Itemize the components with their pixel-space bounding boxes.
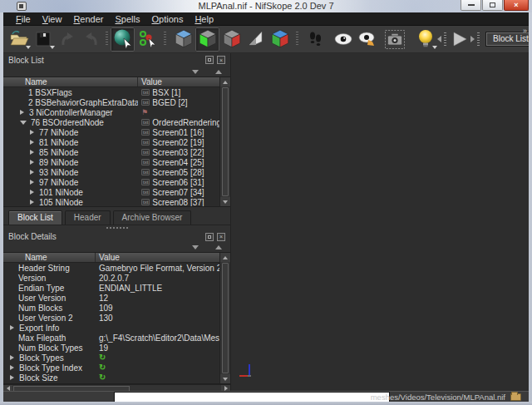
table-row[interactable]: Block Types↻ — [3, 353, 230, 363]
redo-icon — [82, 31, 101, 47]
table-row[interactable]: Block Type Index↻ — [3, 363, 230, 373]
table-row[interactable]: Max Filepathg:\_F4\Scratch\Editor2\Data\… — [3, 333, 230, 343]
lighting-button[interactable] — [413, 27, 437, 52]
tree-expand-icon[interactable] — [30, 140, 34, 145]
titlebar[interactable]: MLPAnal.nif - NifSkope 2.0 Dev 7 × — [0, 0, 532, 12]
maximize-button[interactable] — [482, 0, 503, 11]
menu-item-help[interactable]: Help — [189, 14, 219, 24]
minimize-button[interactable] — [461, 0, 481, 11]
expand-all-icon[interactable] — [215, 245, 222, 249]
close-button[interactable]: × — [504, 0, 529, 11]
table-row[interactable]: User Version 2130 — [3, 313, 230, 323]
highlight-visibility-button[interactable] — [355, 27, 379, 52]
row-value: Screen05 [28] — [152, 168, 204, 177]
view-cube-top-button[interactable] — [171, 27, 195, 52]
walk-mode-button[interactable] — [303, 27, 327, 52]
table-row[interactable]: 81 NiNodetxtScreen02 [19] — [3, 137, 230, 147]
menu-item-view[interactable]: View — [37, 14, 68, 24]
menu-item-file[interactable]: File — [10, 14, 37, 24]
tab-header[interactable]: Header — [65, 210, 111, 225]
scrollbar-thumb[interactable] — [222, 263, 229, 373]
tree-expand-icon[interactable] — [30, 160, 34, 165]
menu-item-render[interactable]: Render — [67, 14, 109, 24]
table-row[interactable]: 85 NiNodetxtScreen03 [22] — [3, 147, 230, 157]
table-row[interactable]: 97 NiNodetxtScreen06 [31] — [3, 177, 230, 187]
table-row[interactable]: 89 NiNodetxtScreen04 [25] — [3, 157, 230, 167]
tree-expand-icon[interactable] — [30, 190, 34, 195]
toolbar-overflow-icon[interactable]: » — [523, 27, 526, 35]
view-cube-side-button[interactable] — [219, 27, 244, 52]
expand-all-icon[interactable] — [215, 70, 222, 74]
tree-expand-icon[interactable] — [10, 325, 14, 330]
menu-item-options[interactable]: Options — [145, 14, 189, 24]
scroll-up-icon[interactable] — [220, 253, 230, 262]
scroll-up-icon[interactable] — [220, 77, 230, 86]
window-border-bottom — [0, 402, 532, 405]
tree-expand-icon[interactable] — [30, 130, 34, 135]
close-panel-icon[interactable]: × — [217, 56, 225, 64]
anim-slider[interactable] — [444, 32, 446, 46]
table-row[interactable]: Num Strings93 — [3, 383, 230, 384]
select-vertex-tool-button[interactable] — [135, 27, 159, 52]
tab-archive-browser[interactable]: Archive Browser — [113, 210, 192, 225]
eye-highlight-icon — [357, 31, 377, 47]
table-row[interactable]: Version20.2.0.7 — [3, 273, 230, 283]
anim-slider-start[interactable] — [437, 36, 441, 42]
table-row[interactable]: 76 BSOrderedNodetxtOrderedRenderingNod..… — [3, 117, 230, 127]
tree-expand-icon[interactable] — [10, 365, 14, 370]
column-name: Name — [3, 77, 138, 86]
save-file-button[interactable] — [31, 27, 55, 52]
block-details-vscrollbar[interactable] — [219, 253, 230, 383]
table-row[interactable]: Header StringGamebryo File Format, Versi… — [3, 263, 230, 273]
anim-speed-slider[interactable] — [477, 32, 480, 46]
play-button[interactable] — [449, 27, 470, 52]
tree-expand-icon[interactable] — [10, 355, 14, 360]
select-object-tool-button[interactable] — [111, 27, 135, 52]
table-row[interactable]: Block Size↻ — [3, 373, 230, 383]
visibility-button[interactable] — [331, 27, 355, 52]
flat-plane-button[interactable] — [244, 27, 268, 52]
table-row[interactable]: Endian TypeENDIAN_LITTLE — [3, 283, 230, 293]
anim-slider-end[interactable] — [470, 36, 475, 42]
tab-block-list[interactable]: Block List — [8, 210, 62, 225]
menu-item-spells[interactable]: Spells — [110, 14, 146, 24]
row-name: Num Strings — [18, 383, 64, 385]
undo-button[interactable] — [55, 27, 79, 52]
browse-folder-icon[interactable] — [510, 393, 521, 401]
table-row[interactable]: 1 BSXFlagstxtBSX [1] — [3, 87, 230, 97]
redo-button[interactable] — [79, 27, 103, 52]
tree-expand-icon[interactable] — [30, 150, 34, 155]
tree-expand-icon[interactable] — [30, 180, 34, 185]
table-row[interactable]: Num Block Types19 — [3, 343, 230, 353]
block-list-vscrollbar[interactable] — [219, 77, 230, 206]
collapse-all-icon[interactable] — [192, 245, 199, 249]
tree-expand-icon[interactable] — [30, 170, 34, 175]
rgb-axes-cube-button[interactable] — [268, 27, 292, 52]
float-panel-icon[interactable] — [205, 56, 214, 64]
close-panel-icon[interactable]: × — [217, 233, 225, 241]
viewport-3d[interactable] — [231, 53, 529, 391]
collapse-all-icon[interactable] — [192, 70, 199, 74]
scroll-down-icon[interactable] — [220, 197, 230, 206]
open-file-button[interactable] — [7, 27, 31, 52]
tree-collapse-icon[interactable] — [20, 121, 27, 125]
table-row[interactable]: Num Blocks109 — [3, 303, 230, 313]
table-row[interactable]: User Version12 — [3, 293, 230, 303]
table-row[interactable]: 101 NiNodetxtScreen07 [34] — [3, 187, 230, 197]
tree-expand-icon[interactable] — [30, 200, 34, 205]
float-panel-icon[interactable] — [205, 233, 214, 241]
table-row[interactable]: 93 NiNodetxtScreen05 [28] — [3, 167, 230, 177]
table-row[interactable]: 2 BSBehaviorGraphExtraDatatxtBGED [2] — [3, 97, 230, 107]
row-value: 12 — [99, 294, 108, 303]
scroll-down-icon[interactable] — [220, 374, 230, 383]
tree-expand-icon[interactable] — [20, 110, 24, 115]
scrollbar-thumb[interactable] — [222, 87, 229, 196]
table-row[interactable]: 77 NiNodetxtScreen01 [16] — [3, 127, 230, 137]
table-row[interactable]: Export Info — [3, 323, 230, 333]
table-row[interactable]: 3 NiControllerManager⚑ — [3, 107, 230, 117]
row-name: 77 NiNode — [39, 128, 78, 137]
view-cube-front-button[interactable] — [195, 27, 219, 52]
tree-expand-icon[interactable] — [10, 375, 14, 380]
table-row[interactable]: 105 NiNodetxtScreen08 [37] — [3, 197, 230, 207]
screenshot-button[interactable] — [382, 27, 406, 52]
